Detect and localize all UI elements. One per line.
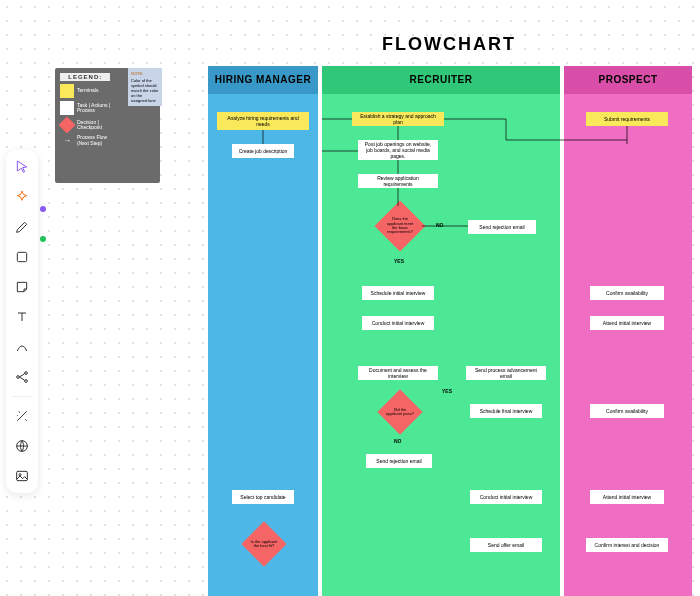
legend-label: Terminals	[77, 88, 98, 94]
svg-rect-5	[17, 471, 28, 480]
square-icon[interactable]	[11, 246, 33, 268]
connector-icon[interactable]	[11, 336, 33, 358]
image-icon[interactable]	[11, 465, 33, 487]
text-icon[interactable]	[11, 306, 33, 328]
node-task[interactable]: Document and assess the interview	[358, 366, 438, 380]
node-decision[interactable]: Did the applicant pass?	[378, 390, 422, 434]
color-dot	[40, 206, 46, 212]
lane-prospect: PROSPECT Submit requirements Confirm ava…	[564, 66, 692, 596]
node-task[interactable]: Send offer email	[470, 538, 542, 552]
node-task[interactable]: Conduct initial interview	[470, 490, 542, 504]
legend-decision-swatch	[59, 117, 76, 134]
toolbar	[6, 150, 38, 493]
lane-header: PROSPECT	[564, 66, 692, 94]
node-task[interactable]: Conduct initial interview	[362, 316, 434, 330]
edge-label: YES	[442, 388, 452, 394]
pen-icon[interactable]	[11, 216, 33, 238]
sparkle-icon[interactable]	[11, 186, 33, 208]
color-dot	[40, 236, 46, 242]
node-terminal[interactable]: Establish a strategy and approach plan	[352, 112, 444, 126]
swimlanes: HIRING MANAGER Analyze hiring requiremen…	[208, 66, 700, 596]
node-task[interactable]: Schedule final interview	[470, 404, 542, 418]
node-task[interactable]: Schedule initial interview	[362, 286, 434, 300]
node-terminal[interactable]: Analyze hiring requirements and needs	[217, 112, 309, 130]
sticky-note-icon[interactable]	[11, 276, 33, 298]
magic-icon[interactable]	[11, 405, 33, 427]
legend-terminal-swatch	[60, 84, 74, 98]
node-task[interactable]: Post job openings on website, job boards…	[358, 140, 438, 160]
node-terminal[interactable]: Submit requirements	[586, 112, 668, 126]
lane-recruiter: RECRUITER Establish a strategy and appro…	[322, 66, 560, 596]
svg-point-2	[25, 372, 28, 375]
node-decision[interactable]: Is the applicant the best fit?	[242, 522, 286, 566]
edge-label: NO	[394, 438, 402, 444]
lane-hiring-manager: HIRING MANAGER Analyze hiring requiremen…	[208, 66, 318, 596]
edge-label: NO	[436, 222, 444, 228]
arrow-icon: →	[60, 136, 74, 145]
flowchart-canvas[interactable]: FLOWCHART HIRING MANAGER Analyze hiring …	[198, 0, 700, 596]
node-task[interactable]: Confirm availability	[590, 404, 664, 418]
svg-point-3	[25, 380, 28, 383]
note-panel: NOTE: Color of the symbol should match t…	[128, 68, 162, 106]
diagram-title: FLOWCHART	[198, 34, 700, 55]
legend-label: Decision | Checkpoint	[77, 120, 110, 131]
note-body: Color of the symbol should match the col…	[131, 78, 159, 103]
node-task[interactable]: Select top candidate	[232, 490, 294, 504]
svg-rect-0	[17, 252, 26, 261]
node-task[interactable]: Create job description	[232, 144, 294, 158]
legend-label: Process Flow (Next Step)	[77, 135, 110, 146]
node-task[interactable]: Review application requirements	[358, 174, 438, 188]
globe-icon[interactable]	[11, 435, 33, 457]
note-heading: NOTE:	[131, 71, 159, 76]
cursor-icon[interactable]	[11, 156, 33, 178]
svg-point-1	[17, 376, 20, 379]
lane-header: HIRING MANAGER	[208, 66, 318, 94]
divider	[12, 396, 32, 397]
lane-header: RECRUITER	[322, 66, 560, 94]
node-task[interactable]: Attend initial interview	[590, 490, 664, 504]
node-task[interactable]: Attend initial interview	[590, 316, 664, 330]
legend-label: Task | Actions | Process	[77, 103, 110, 114]
node-task[interactable]: Confirm interest and decision	[586, 538, 668, 552]
node-task[interactable]: Send process advancement email	[466, 366, 546, 380]
nodes-icon[interactable]	[11, 366, 33, 388]
node-task[interactable]: Send rejection email	[468, 220, 536, 234]
legend-task-swatch	[60, 101, 74, 115]
edge-label: YES	[394, 258, 404, 264]
node-task[interactable]: Send rejection email	[366, 454, 432, 468]
legend-header: LEGEND:	[60, 73, 110, 81]
node-task[interactable]: Confirm availability	[590, 286, 664, 300]
node-decision[interactable]: Does the applicant meet the basic requir…	[376, 202, 424, 250]
